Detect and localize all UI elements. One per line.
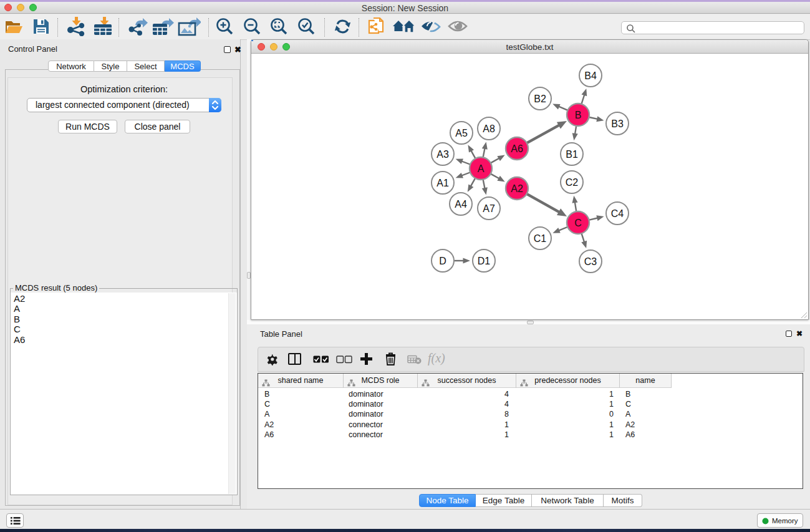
svg-text:C4: C4 [611,208,624,219]
svg-text:C2: C2 [566,177,579,188]
svg-text:A2: A2 [511,183,523,194]
svg-text:A6: A6 [511,143,523,154]
svg-text:D1: D1 [478,256,491,266]
svg-text:A7: A7 [483,203,495,214]
svg-text:A1: A1 [436,178,449,188]
svg-text:A: A [478,163,485,174]
svg-text:D: D [439,256,446,266]
svg-text:B3: B3 [611,118,624,129]
svg-text:B2: B2 [534,94,546,104]
svg-text:B1: B1 [566,149,578,160]
svg-text:A5: A5 [455,128,468,138]
svg-text:A8: A8 [483,123,495,134]
svg-text:C1: C1 [534,233,547,244]
svg-text:B: B [575,110,582,120]
svg-text:A4: A4 [455,199,467,210]
svg-text:C: C [574,218,582,228]
svg-text:B4: B4 [584,70,597,81]
svg-text:A3: A3 [436,149,449,160]
svg-text:C3: C3 [584,256,597,267]
